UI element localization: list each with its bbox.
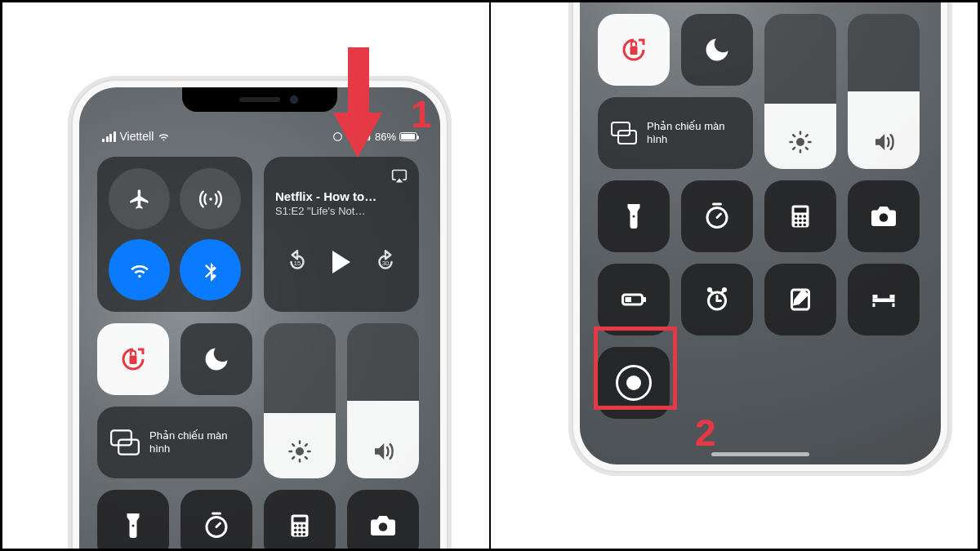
- svg-rect-74: [873, 304, 875, 308]
- timer-button[interactable]: [180, 490, 252, 551]
- screen-mirroring-button[interactable]: Phản chiếu màn hình: [97, 407, 252, 478]
- svg-rect-6: [118, 440, 139, 455]
- svg-line-15: [305, 444, 307, 446]
- svg-point-25: [298, 528, 301, 531]
- brightness-slider[interactable]: [264, 323, 336, 478]
- brightness-icon: [287, 439, 312, 464]
- svg-point-55: [803, 219, 806, 222]
- svg-point-27: [294, 533, 297, 536]
- svg-line-14: [292, 457, 294, 459]
- svg-point-58: [803, 224, 806, 227]
- bluetooth-button[interactable]: [180, 239, 241, 300]
- low-power-mode-button[interactable]: [598, 264, 670, 335]
- swipe-down-arrow-annotation: [325, 47, 390, 162]
- skip-back-icon[interactable]: 15: [285, 250, 310, 274]
- rotation-lock-button[interactable]: [598, 14, 670, 86]
- highlight-box-annotation: [594, 327, 677, 410]
- media-subtitle: S1:E2 "Life's Not…: [275, 205, 408, 217]
- svg-line-44: [806, 135, 808, 136]
- svg-point-26: [302, 528, 305, 531]
- camera-button[interactable]: [848, 180, 920, 252]
- svg-rect-71: [873, 299, 895, 303]
- svg-point-54: [799, 219, 802, 222]
- svg-point-24: [294, 528, 297, 531]
- svg-rect-72: [873, 295, 878, 299]
- svg-point-36: [796, 138, 804, 146]
- do-not-disturb-button[interactable]: [180, 323, 252, 395]
- svg-point-51: [799, 215, 802, 218]
- calculator-button[interactable]: [764, 180, 836, 252]
- screen-mirroring-label: Phản chiếu màn hình: [647, 120, 740, 147]
- screen-mirroring-icon: [110, 428, 140, 457]
- svg-point-21: [294, 524, 297, 527]
- calculator-button[interactable]: [264, 490, 336, 551]
- volume-slider[interactable]: [347, 323, 419, 478]
- svg-point-7: [296, 447, 304, 455]
- svg-rect-4: [130, 356, 137, 365]
- svg-point-1: [209, 198, 212, 201]
- svg-point-23: [302, 524, 305, 527]
- play-button-icon[interactable]: [332, 251, 350, 273]
- svg-point-57: [799, 224, 802, 227]
- svg-rect-75: [893, 304, 895, 308]
- svg-line-41: [793, 135, 795, 136]
- svg-point-56: [795, 224, 798, 227]
- svg-rect-33: [630, 47, 638, 56]
- svg-rect-62: [626, 297, 632, 302]
- skip-forward-icon[interactable]: 30: [373, 250, 398, 274]
- media-player-tile[interactable]: Netflix - How to… S1:E2 "Life's Not… 15 …: [264, 157, 419, 312]
- svg-point-69: [722, 287, 727, 292]
- tutorial-step-2-panel: Phản chiếu màn hình: [490, 0, 980, 551]
- svg-rect-73: [890, 295, 895, 299]
- alarm-button[interactable]: [681, 264, 753, 335]
- airplane-mode-button[interactable]: [109, 168, 170, 229]
- svg-rect-5: [111, 430, 131, 445]
- svg-point-29: [302, 533, 305, 536]
- svg-point-59: [880, 213, 889, 222]
- svg-point-28: [298, 533, 301, 536]
- svg-rect-49: [795, 208, 807, 213]
- camera-button[interactable]: [347, 490, 419, 551]
- svg-rect-61: [644, 297, 646, 302]
- screen-mirroring-button[interactable]: Phản chiếu màn hình: [598, 97, 753, 169]
- brightness-slider[interactable]: [764, 14, 836, 169]
- svg-rect-31: [348, 47, 369, 117]
- svg-point-50: [795, 215, 798, 218]
- flashlight-button[interactable]: [598, 180, 670, 252]
- svg-line-43: [793, 148, 795, 149]
- volume-icon: [371, 439, 395, 464]
- svg-point-53: [795, 219, 798, 222]
- svg-rect-34: [612, 122, 630, 136]
- svg-rect-35: [618, 131, 636, 144]
- svg-line-46: [717, 214, 721, 218]
- volume-icon: [871, 130, 896, 154]
- svg-line-17: [216, 523, 220, 527]
- svg-point-68: [707, 287, 712, 292]
- svg-point-22: [298, 524, 301, 527]
- control-center: Netflix - How to… S1:E2 "Life's Not… 15 …: [79, 157, 440, 551]
- notes-button[interactable]: [764, 264, 836, 335]
- timer-button[interactable]: [681, 180, 753, 252]
- do-not-disturb-button[interactable]: [681, 14, 753, 86]
- svg-line-42: [806, 148, 808, 149]
- step-number-2: 2: [695, 411, 716, 455]
- screen-mirroring-label: Phản chiếu màn hình: [149, 429, 239, 456]
- svg-text:15: 15: [294, 260, 301, 267]
- media-title: Netflix - How to…: [275, 189, 408, 203]
- flashlight-button[interactable]: [97, 490, 169, 551]
- sleep-button[interactable]: [848, 264, 920, 335]
- rotation-lock-button[interactable]: [97, 323, 169, 395]
- cellular-data-button[interactable]: [180, 168, 241, 229]
- wifi-icon: [158, 131, 170, 143]
- wifi-button[interactable]: [109, 239, 170, 300]
- svg-point-52: [803, 215, 806, 218]
- svg-marker-32: [333, 113, 382, 158]
- volume-slider[interactable]: [848, 14, 920, 169]
- iphone-frame: Viettell 86%: [68, 76, 452, 551]
- cellular-signal-icon: [102, 131, 116, 142]
- tutorial-step-1-panel: Viettell 86%: [0, 0, 490, 551]
- screen-mirroring-icon: [611, 122, 637, 144]
- svg-line-13: [305, 457, 307, 459]
- airplay-icon[interactable]: [391, 168, 408, 184]
- step-number-1: 1: [411, 92, 432, 136]
